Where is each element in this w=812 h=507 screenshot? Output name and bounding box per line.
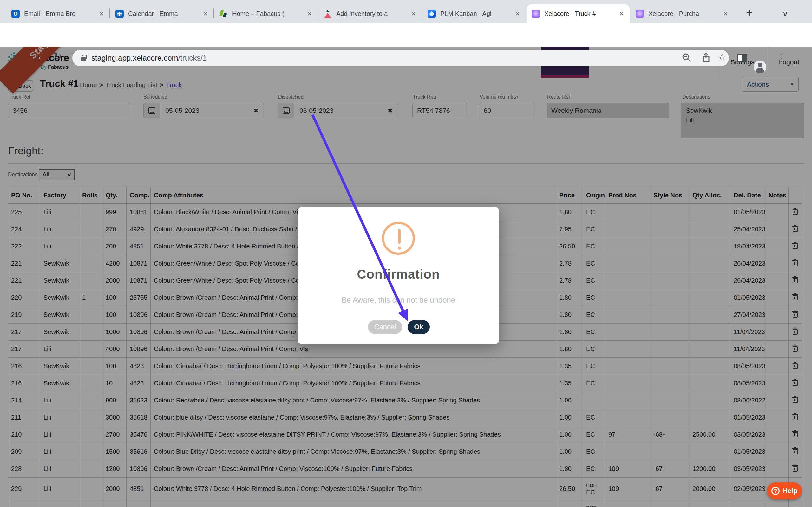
bookmark-star-icon[interactable]: ☆ [717,51,727,63]
close-tab-icon[interactable]: ✕ [98,10,105,17]
xelacore-icon [636,10,644,18]
confirmation-modal: Confirmation Be Aware, this can not be u… [298,207,499,344]
lock-icon[interactable] [81,55,86,61]
browser-tab-7[interactable]: Xelacore - Purcha✕ [630,4,734,23]
browser-tab-2[interactable]: Calendar - Emma✕ [110,4,214,23]
close-tab-icon[interactable]: ✕ [722,10,729,17]
browser-tab-4[interactable]: Add Inventory to a✕ [318,4,422,23]
tab-title: Xelacore - Purcha [648,10,718,17]
browser-tab-3[interactable]: Home – Fabacus (✕ [214,4,318,23]
calendar-icon [115,10,124,18]
reload-icon[interactable]: ↻ [53,50,62,62]
url-path: /trucks/1 [178,54,207,62]
back-icon[interactable]: ← [11,50,21,62]
profile-avatar[interactable] [754,60,766,73]
close-tab-icon[interactable]: ✕ [202,10,209,17]
ok-button[interactable]: Ok [408,320,430,334]
outlook-icon [11,10,20,18]
screenshot-root: Email - Emma Bro✕Calendar - Emma✕Home – … [0,0,812,507]
triangle-icon [323,10,332,18]
browser-toolbar: ← → ↻ staging.app.xelacore.com/trucks/1 … [0,23,812,47]
tab-title: Home – Fabacus ( [232,10,302,17]
modal-message: Be Aware, this can not be undone [298,296,499,304]
browser-menu-icon[interactable]: ⋮ [776,52,786,63]
browser-tab-strip: Email - Emma Bro✕Calendar - Emma✕Home – … [0,0,812,23]
close-tab-icon[interactable]: ✕ [618,10,625,17]
close-tab-icon[interactable]: ✕ [514,10,521,17]
browser-tab-6[interactable]: Xelacore - Truck #✕ [526,4,630,23]
tab-title: Xelacore - Truck # [544,10,614,17]
browser-tab-1[interactable]: Email - Emma Bro✕ [6,4,110,23]
tab-title: Calendar - Emma [128,10,198,17]
modal-title: Confirmation [298,267,499,281]
warning-icon [382,222,415,255]
url-host: staging.app.xelacore.com [91,54,178,62]
xelacore-icon [531,10,540,18]
tab-list-chevron-icon[interactable]: ∨ [782,9,788,19]
close-tab-icon[interactable]: ✕ [306,10,313,17]
jira-icon [427,10,436,18]
help-button[interactable]: ? Help [767,482,802,499]
question-mark-icon: ? [771,487,780,495]
address-bar[interactable]: staging.app.xelacore.com/trucks/1 [72,50,729,66]
cancel-button[interactable]: Cancel [368,320,402,334]
browser-tab-5[interactable]: PLM Kanban - Agi✕ [422,4,526,23]
new-tab-button[interactable]: + [746,7,753,18]
tab-title: Add Inventory to a [336,10,406,17]
forward-icon: → [32,50,43,62]
help-label: Help [782,487,798,495]
share-icon[interactable] [702,52,711,62]
close-tab-icon[interactable]: ✕ [410,10,417,17]
tab-title: PLM Kanban - Agi [440,10,510,17]
tab-title: Email - Emma Bro [24,10,94,17]
side-panel-icon[interactable] [737,54,747,62]
zoom-out-icon[interactable] [682,53,692,62]
fabacus-icon [219,10,228,18]
